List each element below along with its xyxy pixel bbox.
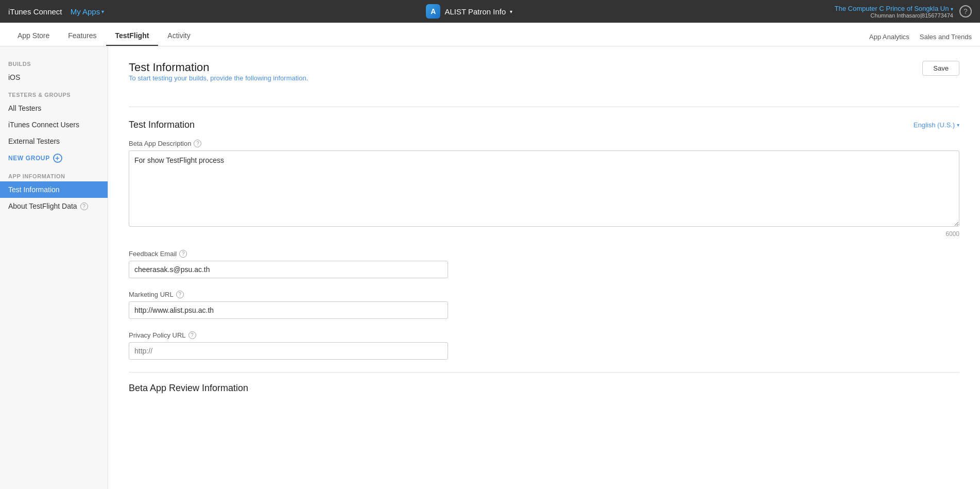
main-layout: BUILDS iOS TESTERS & GROUPS All Testers … — [0, 46, 980, 489]
language-chevron-icon: ▾ — [957, 122, 959, 128]
section-title: Test Information — [129, 120, 195, 130]
privacy-policy-url-field: Privacy Policy URL ? — [129, 331, 959, 360]
beta-app-description-field: Beta App Description ? For show TestFlig… — [129, 140, 959, 238]
tab-features[interactable]: Features — [59, 23, 106, 46]
nav-tabs-bar: App Store Features TestFlight Activity A… — [0, 23, 980, 46]
app-name-label: ALIST Patron Info — [444, 7, 506, 16]
page-header: Test Information To start testing your b… — [129, 61, 959, 94]
sidebar: BUILDS iOS TESTERS & GROUPS All Testers … — [0, 46, 108, 489]
marketing-url-input[interactable] — [129, 301, 448, 319]
user-email: Chumnan Inthasaro|8156773474 — [835, 12, 953, 19]
sidebar-item-all-testers[interactable]: All Testers — [0, 100, 108, 116]
beta-review-heading: Beta App Review Information — [129, 383, 959, 394]
header-right: The Computer C Prince of Songkla Un ▾ Ch… — [835, 5, 972, 19]
app-analytics-link[interactable]: App Analytics — [869, 33, 909, 41]
marketing-url-field: Marketing URL ? — [129, 291, 959, 319]
page-subtitle: To start testing your builds, provide th… — [129, 74, 308, 82]
sidebar-item-ios[interactable]: iOS — [0, 69, 108, 86]
plus-circle-icon: + — [53, 154, 62, 163]
testers-section-label: TESTERS & GROUPS — [0, 86, 108, 100]
marketing-url-label: Marketing URL ? — [129, 291, 959, 298]
nav-tabs-right: App Analytics Sales and Trends — [869, 33, 972, 46]
beta-app-description-textarea[interactable]: For show TestFlight process — [129, 150, 959, 227]
beta-review-section: Beta App Review Information — [129, 372, 959, 394]
language-dropdown[interactable]: English (U.S.) ▾ — [914, 121, 959, 129]
top-header: iTunes Connect My Apps ▾ A ALIST Patron … — [0, 0, 980, 23]
beta-app-description-label: Beta App Description ? — [129, 140, 959, 147]
sidebar-item-test-information[interactable]: Test Information — [0, 181, 108, 198]
tab-testflight[interactable]: TestFlight — [106, 23, 159, 46]
builds-section-label: BUILDS — [0, 55, 108, 69]
page-title: Test Information — [129, 61, 308, 74]
section-header: Test Information English (U.S.) ▾ — [129, 120, 959, 130]
tab-activity[interactable]: Activity — [158, 23, 199, 46]
privacy-policy-url-input[interactable] — [129, 342, 448, 360]
help-button[interactable]: ? — [959, 5, 972, 18]
main-content: Test Information To start testing your b… — [108, 46, 980, 489]
my-apps-link[interactable]: My Apps ▾ — [71, 7, 105, 16]
beta-description-help-icon[interactable]: ? — [194, 140, 201, 147]
tab-app-store[interactable]: App Store — [8, 23, 59, 46]
user-chevron-icon: ▾ — [951, 6, 953, 12]
privacy-policy-url-label: Privacy Policy URL ? — [129, 331, 959, 339]
feedback-email-input[interactable] — [129, 261, 448, 278]
feedback-email-help-icon[interactable]: ? — [179, 250, 187, 258]
app-icon: A — [426, 4, 440, 19]
section-divider — [129, 107, 959, 107]
app-info-section-label: APP INFORMATION — [0, 167, 108, 181]
user-info: The Computer C Prince of Songkla Un ▾ Ch… — [835, 5, 953, 19]
feedback-email-label: Feedback Email ? — [129, 250, 959, 258]
save-button[interactable]: Save — [922, 61, 959, 76]
itunes-connect-label: iTunes Connect — [8, 7, 62, 16]
header-left: iTunes Connect My Apps ▾ — [8, 7, 104, 16]
user-name[interactable]: The Computer C Prince of Songkla Un ▾ — [835, 5, 953, 12]
app-chevron-icon: ▾ — [510, 9, 512, 14]
marketing-url-help-icon[interactable]: ? — [176, 291, 184, 298]
sales-trends-link[interactable]: Sales and Trends — [920, 33, 972, 41]
my-apps-chevron-icon: ▾ — [101, 9, 104, 14]
feedback-email-field: Feedback Email ? — [129, 250, 959, 278]
new-group-button[interactable]: NEW GROUP + — [0, 149, 108, 167]
privacy-policy-help-icon[interactable]: ? — [188, 331, 196, 339]
about-testflight-help-icon[interactable]: ? — [80, 203, 88, 210]
app-selector[interactable]: A ALIST Patron Info ▾ — [426, 4, 512, 19]
nav-tabs-left: App Store Features TestFlight Activity — [8, 23, 200, 46]
sidebar-item-external-testers[interactable]: External Testers — [0, 133, 108, 149]
sidebar-item-itunes-connect-users[interactable]: iTunes Connect Users — [0, 116, 108, 133]
char-count: 6000 — [129, 230, 959, 238]
sidebar-item-about-testflight[interactable]: About TestFlight Data ? — [0, 198, 108, 214]
